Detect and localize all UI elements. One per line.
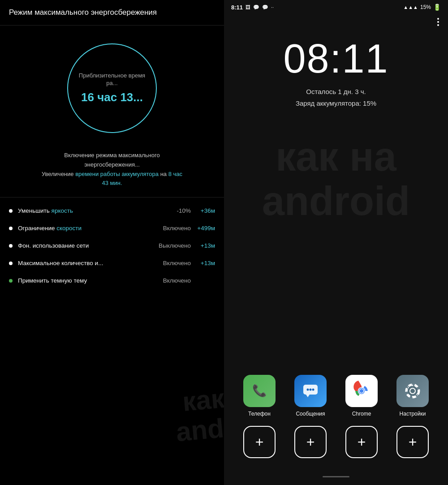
battery-text: 15% — [420, 4, 431, 10]
dots-menu[interactable] — [224, 14, 448, 30]
setting-name: Фон. использование сети — [18, 242, 159, 249]
setting-max-apps: Максимальное количество и... Включено +1… — [0, 254, 224, 272]
setting-status: Выключено — [159, 242, 191, 249]
setting-gain: +36м — [197, 207, 215, 214]
circle-time: 16 час 13... — [81, 90, 143, 104]
screenshot-icon: 🖼 — [246, 4, 250, 10]
phone-label: Телефон — [248, 411, 271, 417]
spacer — [224, 113, 448, 366]
setting-dark-theme: Применить темную тему Включено — [0, 272, 224, 289]
bullet-icon — [9, 209, 13, 213]
setting-gain: +13м — [197, 260, 215, 266]
settings-label: Настройки — [400, 411, 426, 417]
setting-name: Уменьшить яркость — [18, 207, 159, 214]
bullet-icon — [9, 244, 13, 248]
green-bullet-icon — [9, 279, 13, 283]
bottom-nav-bar — [224, 472, 448, 485]
app-settings[interactable]: Настройки — [391, 375, 435, 417]
settings-list: Уменьшить яркость -10% +36м Ограничение … — [0, 197, 224, 485]
circle-section: Приблизительное время ра... 16 час 13... — [0, 26, 224, 146]
three-dots-button[interactable] — [435, 16, 441, 28]
add-button-1[interactable]: + — [237, 426, 281, 458]
battery-level: Заряд аккумулятора: 15% — [224, 98, 448, 109]
svg-marker-6 — [306, 395, 310, 397]
app-chrome[interactable]: Chrome — [340, 375, 383, 417]
status-bar: 8:11 🖼 💬 💬 ·· ▲▲▲ 15% 🔋 — [224, 0, 448, 14]
setting-name: Ограничение скорости — [18, 225, 159, 232]
msg-icon2: 💬 — [262, 4, 268, 10]
svg-text:📞: 📞 — [252, 383, 267, 398]
dots-icon: ·· — [271, 4, 274, 10]
battery-info: Осталось 1 дн. 3 ч. Заряд аккумулятора: … — [224, 86, 448, 109]
setting-brightness: Уменьшить яркость -10% +36м — [0, 202, 224, 219]
left-panel: Режим максимального энергосбережения При… — [0, 0, 224, 485]
app-grid-section: 📞 Телефон — [224, 366, 448, 472]
chrome-label: Chrome — [352, 411, 371, 417]
setting-status: Включено — [159, 260, 191, 266]
desc-line1: Включение режима максимального — [13, 151, 211, 160]
desc-line4: 43 мин. — [13, 179, 211, 188]
phone-icon: 📞 — [243, 375, 276, 407]
setting-gain: +499м — [197, 225, 215, 232]
setting-gain: +13м — [197, 242, 215, 249]
chrome-svg — [350, 380, 373, 402]
settings-svg — [403, 381, 422, 401]
app-messages[interactable]: Сообщения — [289, 375, 332, 417]
setting-background-network: Фон. использование сети Выключено +13м — [0, 237, 224, 254]
add-circle-3: + — [345, 426, 378, 458]
right-content: 8:11 🖼 💬 💬 ·· ▲▲▲ 15% 🔋 08:11 — [224, 0, 448, 485]
app-phone[interactable]: 📞 Телефон — [237, 375, 281, 417]
add-button-4[interactable]: + — [391, 426, 435, 458]
chrome-icon — [345, 375, 378, 407]
svg-point-5 — [312, 389, 314, 391]
setting-speed: Ограничение скорости Включено +499м — [0, 219, 224, 237]
add-grid: + + + + — [237, 426, 435, 458]
svg-point-3 — [307, 389, 309, 391]
svg-point-11 — [360, 389, 363, 393]
right-panel: как наandroid 8:11 🖼 💬 💬 ·· ▲▲▲ 15% 🔋 — [224, 0, 448, 485]
phone-svg: 📞 — [250, 382, 268, 400]
status-right: ▲▲▲ 15% 🔋 — [403, 4, 441, 11]
add-button-2[interactable]: + — [289, 426, 332, 458]
clock-section: 08:11 Осталось 1 дн. 3 ч. Заряд аккумуля… — [224, 30, 448, 113]
svg-point-14 — [408, 386, 418, 396]
settings-icon — [396, 375, 429, 407]
msg-icon1: 💬 — [253, 4, 259, 10]
messages-svg — [301, 381, 320, 401]
circle-label: Приблизительное время ра... — [68, 72, 156, 87]
desc-line3: Увеличение времени работы аккумулятора н… — [13, 170, 211, 179]
main-clock: 08:11 — [224, 39, 448, 79]
setting-name: Максимальное количество и... — [18, 260, 159, 266]
bullet-icon — [9, 227, 13, 230]
setting-name: Применить темную тему — [18, 277, 159, 284]
add-circle-1: + — [243, 426, 276, 458]
description-section: Включение режима максимального энергосбе… — [0, 146, 224, 197]
battery-circle: Приблизительное время ра... 16 час 13... — [67, 43, 157, 133]
nav-bar-indicator — [323, 476, 349, 477]
messages-label: Сообщения — [296, 411, 325, 417]
setting-status: Включено — [159, 277, 191, 284]
desc-line2: энергосбережения... — [13, 160, 211, 170]
add-button-3[interactable]: + — [340, 426, 383, 458]
dot3 — [437, 24, 439, 26]
dot2 — [437, 21, 439, 23]
setting-status: Включено — [159, 225, 191, 232]
app-grid: 📞 Телефон — [237, 375, 435, 417]
signal-icon: ▲▲▲ — [403, 4, 418, 10]
svg-point-4 — [310, 389, 312, 391]
add-circle-2: + — [294, 426, 327, 458]
status-left: 8:11 🖼 💬 💬 ·· — [231, 4, 274, 11]
battery-icon: 🔋 — [433, 4, 441, 11]
messages-icon — [294, 375, 327, 407]
remaining-time: Осталось 1 дн. 3 ч. — [224, 86, 448, 98]
status-time: 8:11 — [231, 4, 243, 11]
add-circle-4: + — [396, 426, 429, 458]
bullet-icon — [9, 262, 13, 265]
dot1 — [437, 18, 439, 20]
left-header: Режим максимального энергосбережения — [0, 0, 224, 26]
setting-status: -10% — [159, 207, 191, 214]
